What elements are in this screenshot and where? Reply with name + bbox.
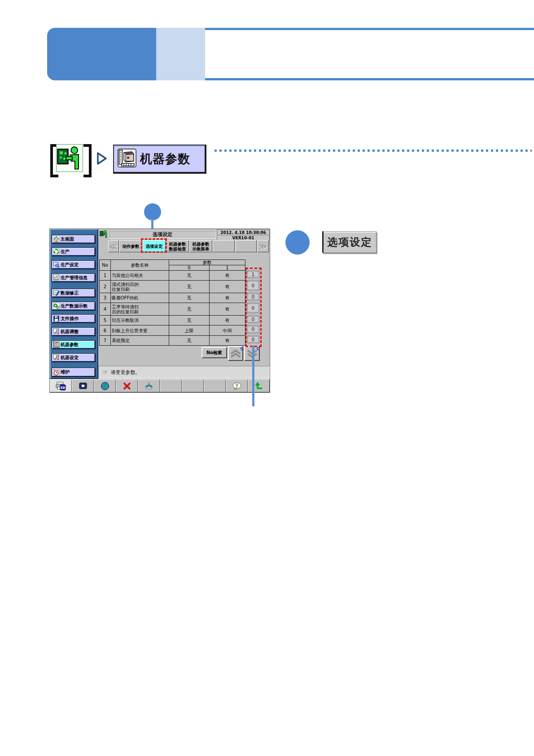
dotted-leader-line bbox=[214, 149, 532, 152]
col-header-1: 1 bbox=[210, 265, 245, 271]
chapter-banner-light-block bbox=[156, 28, 205, 80]
menu-button-label: 机器参数 bbox=[140, 151, 190, 167]
home-icon bbox=[53, 236, 60, 242]
pointing-hand-icon: ☞ bbox=[102, 369, 108, 376]
sidebar-item-machine-parameter[interactable]: 机器参数 bbox=[52, 340, 95, 349]
table-row: 4 工序等待清扫 后的往复印刷 无 有 bbox=[100, 303, 245, 316]
toolbar-blank-1 bbox=[160, 379, 182, 392]
status-message: 请变更参数。 bbox=[111, 369, 140, 376]
sidebar-item-data-correction[interactable]: 数据修正 bbox=[52, 289, 95, 297]
callout-1-circle bbox=[144, 203, 161, 220]
machine-parameter-menu-button[interactable]: 机器参数 bbox=[113, 145, 206, 174]
col-header-no: No bbox=[100, 260, 111, 271]
production-icon bbox=[53, 248, 60, 255]
sidebar-item-maintenance[interactable]: 维护 bbox=[52, 368, 95, 377]
tab-blank-1 bbox=[213, 240, 235, 252]
table-row: 1 与其他公司相关 无 有 bbox=[100, 271, 245, 281]
right-bracket bbox=[83, 144, 92, 177]
col-header-0: 0 bbox=[169, 265, 210, 271]
globe-icon[interactable] bbox=[94, 379, 116, 392]
col-header-param: 参数 bbox=[169, 260, 245, 265]
tab-blank-2 bbox=[235, 240, 257, 252]
production-settings-icon bbox=[53, 261, 60, 268]
machine-parameter-icon bbox=[118, 149, 136, 169]
table-row: 7 系统预定 无 有 bbox=[100, 336, 245, 346]
tab-action-parameters[interactable]: 动作参数 bbox=[119, 240, 142, 252]
svg-text:?: ? bbox=[236, 383, 238, 388]
sidebar-item-production-info[interactable]: 生产管理信息 bbox=[52, 273, 95, 282]
sidebar-item-file-operation[interactable]: 文件操作 bbox=[52, 314, 95, 323]
exit-icon[interactable] bbox=[248, 379, 270, 392]
col-header-name: 参数名称 bbox=[111, 260, 169, 271]
sidebar-item-main-screen[interactable]: 主画面 bbox=[52, 235, 95, 243]
tab-machine-parameter-data-check[interactable]: 机器参数 数据检查 bbox=[166, 240, 189, 252]
table-row: 3 吸着OFF待机 无 有 bbox=[100, 293, 245, 303]
screen-title: 选项设定 bbox=[109, 230, 216, 239]
callout-2-circle bbox=[285, 230, 310, 255]
tab-machine-parameter-teaching-menu[interactable]: 机器参数 示教菜单 bbox=[189, 240, 212, 252]
tab-next-button[interactable]: ≫ bbox=[257, 240, 269, 252]
parameters-table: No 参数名称 参数 0 1 1 与其他公司相关 无 有 2 湿式清扫后的 往复… bbox=[99, 259, 245, 346]
teaching-icon bbox=[53, 303, 60, 309]
sidebar-item-production[interactable]: 生产 bbox=[52, 247, 95, 256]
toolbar-blank-3 bbox=[204, 379, 226, 392]
machine-adjust-icon bbox=[53, 328, 60, 335]
network-off-icon[interactable] bbox=[116, 379, 138, 392]
repeat-curl-icon bbox=[240, 344, 244, 348]
tab-prev-button[interactable]: ≪ bbox=[108, 240, 119, 252]
table-row: 6 刮板上升位置变更 上限 中间 bbox=[100, 325, 245, 336]
table-row: 5 印压示教取消 无 有 bbox=[100, 316, 245, 325]
production-info-icon bbox=[53, 274, 60, 281]
option-settings-tab-highlight bbox=[141, 238, 167, 253]
sd-print-icon[interactable]: SD bbox=[50, 379, 72, 392]
data-correction-icon bbox=[53, 290, 60, 296]
svg-text:SD: SD bbox=[60, 386, 65, 390]
monitor-icon[interactable] bbox=[72, 379, 94, 392]
no-search-button[interactable]: No检索 bbox=[201, 347, 227, 358]
sidebar-item-production-data-teaching[interactable]: 生产数据示教 bbox=[52, 302, 95, 310]
status-bar: ☞ 请变更参数。 bbox=[98, 366, 270, 378]
sidebar-item-machine-settings[interactable]: 机器设定 bbox=[52, 353, 95, 362]
manual-page: { "banner": { "dark_color": "#4d86cb", "… bbox=[0, 0, 534, 756]
chapter-banner bbox=[47, 28, 534, 80]
callout-value-line bbox=[252, 346, 254, 406]
help-icon[interactable]: ? bbox=[226, 379, 248, 392]
option-settings-action-button[interactable]: 选项设定 bbox=[322, 231, 376, 253]
table-row: 2 湿式清扫后的 往复印刷 无 有 bbox=[100, 281, 245, 293]
sidebar-item-production-settings[interactable]: 生产设定 bbox=[52, 260, 95, 269]
machine-parameter-icon bbox=[53, 341, 60, 348]
machine-ui-screenshot: 主画面 生产 生产设定 生产管理信息 数据修正 生产数据示教 文件操作 机器调整… bbox=[49, 229, 270, 393]
bottom-toolbar: SD ? bbox=[50, 379, 270, 392]
lamp-icon[interactable] bbox=[138, 379, 160, 392]
sidebar-item-machine-adjust[interactable]: 机器调整 bbox=[52, 327, 95, 336]
maintenance-icon bbox=[53, 369, 60, 376]
operator-panel-icon bbox=[56, 144, 83, 172]
value-column-highlight bbox=[245, 268, 262, 347]
repeat-curl-icon bbox=[256, 344, 260, 348]
screen-title-icon bbox=[100, 230, 108, 238]
file-operation-icon bbox=[53, 315, 60, 322]
toolbar-blank-2 bbox=[182, 379, 204, 392]
triangle-right-icon bbox=[96, 152, 107, 167]
machine-settings-icon bbox=[53, 354, 60, 361]
chapter-banner-dark-block bbox=[47, 28, 156, 80]
